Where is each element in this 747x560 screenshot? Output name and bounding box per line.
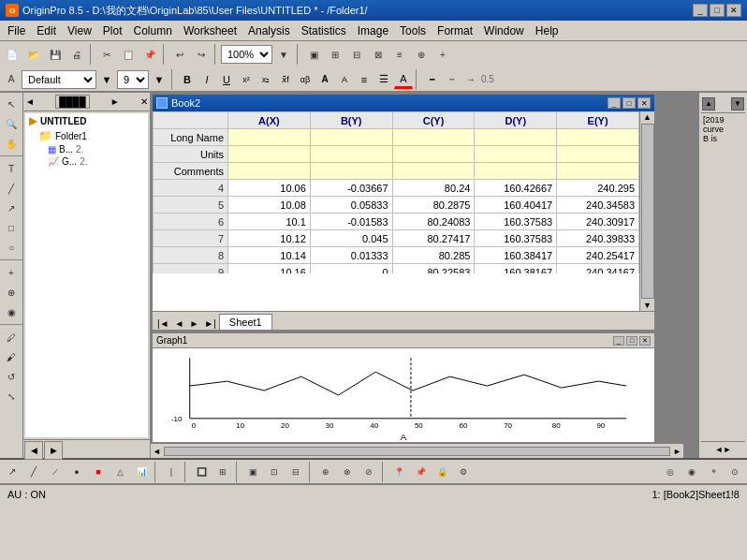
menu-format[interactable]: Format bbox=[432, 22, 478, 39]
tree-item-g[interactable]: 📈 G... 2. bbox=[25, 155, 148, 168]
tree-folder-item[interactable]: 📁 Folder1 bbox=[25, 128, 148, 143]
picker-tool[interactable]: 🖊 bbox=[2, 328, 21, 346]
draw-ellipse-tool[interactable]: ○ bbox=[2, 238, 21, 257]
graph-window-buttons[interactable]: _ □ ✕ bbox=[613, 336, 651, 346]
left-tab-2[interactable]: ▶ bbox=[44, 441, 63, 460]
bt-btn-3[interactable]: ⟋ bbox=[45, 462, 66, 482]
right-panel-bottom[interactable]: ◄► bbox=[701, 441, 745, 456]
h-scrollbar[interactable]: ◄ ► bbox=[151, 443, 683, 458]
minimize-button[interactable]: _ bbox=[693, 4, 708, 17]
sheet-tab-1[interactable]: Sheet1 bbox=[219, 314, 272, 330]
panel-scroll-bar[interactable]: ████ bbox=[55, 95, 89, 109]
align-center-button[interactable]: ☰ bbox=[374, 70, 393, 89]
bt-btn-5[interactable]: ■ bbox=[88, 462, 109, 482]
bt-btn-4[interactable]: ● bbox=[66, 462, 87, 482]
ws-cell-c-a[interactable] bbox=[228, 163, 311, 180]
ws-cell-5-c[interactable]: 80.2875 bbox=[392, 197, 475, 214]
draw-line-tool[interactable]: ╱ bbox=[2, 179, 21, 198]
ws-cell-u-b[interactable] bbox=[310, 146, 392, 163]
v-scrollbar[interactable]: ▲ ▼ bbox=[639, 111, 654, 311]
ws-cell-9-a[interactable]: 10.16 bbox=[228, 264, 311, 274]
menu-tools[interactable]: Tools bbox=[394, 22, 432, 39]
ws-cell-c-c[interactable] bbox=[392, 163, 475, 180]
brush-tool[interactable]: 🖌 bbox=[2, 347, 21, 366]
ws-cell-4-c[interactable]: 80.24 bbox=[392, 180, 475, 197]
new-button[interactable]: 📄 bbox=[2, 44, 22, 65]
undo-button[interactable]: ↩ bbox=[169, 44, 190, 65]
vscroll-up[interactable]: ▲ bbox=[642, 111, 652, 123]
menu-worksheet[interactable]: Worksheet bbox=[178, 22, 242, 39]
ws-cell-ln-d[interactable] bbox=[475, 129, 557, 146]
ws-cell-9-e[interactable]: 240.34167 bbox=[557, 264, 639, 274]
sheet-nav-first[interactable]: |◄ bbox=[154, 317, 172, 330]
ws-cell-5-e[interactable]: 240.34583 bbox=[557, 197, 639, 214]
ws-cell-c-b[interactable] bbox=[310, 163, 392, 180]
bt-btn-2[interactable]: ╱ bbox=[23, 462, 44, 482]
ws-cell-ln-c[interactable] bbox=[392, 129, 475, 146]
menu-edit[interactable]: Edit bbox=[31, 22, 62, 39]
bt-btn-16[interactable]: ⊘ bbox=[359, 462, 379, 482]
menu-help[interactable]: Help bbox=[530, 22, 564, 39]
align-left-button[interactable]: ≡ bbox=[355, 70, 374, 89]
ws-cell-7-e[interactable]: 240.39833 bbox=[557, 230, 639, 247]
bt-btn-11[interactable]: ▣ bbox=[242, 462, 263, 482]
panel-scroll-right[interactable]: ► bbox=[110, 96, 120, 107]
tb-btn-c[interactable]: ⊟ bbox=[346, 44, 367, 65]
ws-cell-4-e[interactable]: 240.295 bbox=[557, 180, 639, 197]
ws-cell-8-b[interactable]: 0.01333 bbox=[310, 247, 392, 264]
ws-col-a[interactable]: A(X) bbox=[228, 112, 311, 129]
left-tab-1[interactable]: ◀ bbox=[24, 441, 43, 460]
graph-minimize[interactable]: _ bbox=[613, 336, 624, 346]
ws-cell-8-c[interactable]: 80.285 bbox=[392, 247, 475, 264]
hscroll-left[interactable]: ◄ bbox=[151, 447, 163, 456]
menu-statistics[interactable]: Statistics bbox=[296, 22, 352, 39]
sheet-nav-last[interactable]: ►| bbox=[201, 317, 219, 330]
ws-cell-ln-a[interactable] bbox=[228, 129, 311, 146]
font-name-select[interactable]: Default bbox=[22, 70, 96, 89]
superscript-button[interactable]: x₂ bbox=[256, 70, 275, 89]
bt-btn-6[interactable]: △ bbox=[110, 462, 130, 482]
ws-cell-6-e[interactable]: 240.30917 bbox=[557, 214, 639, 230]
save-button[interactable]: 💾 bbox=[45, 44, 66, 65]
right-panel-scroll-btn[interactable]: ◄► bbox=[715, 445, 732, 454]
bt-btn-15[interactable]: ⊗ bbox=[337, 462, 358, 482]
sheet-nav-prev[interactable]: ◄ bbox=[172, 317, 187, 330]
title-bar-buttons[interactable]: _ □ ✕ bbox=[693, 4, 741, 17]
font-color-button[interactable]: A bbox=[394, 70, 413, 89]
bold-button[interactable]: B bbox=[178, 70, 197, 89]
ws-col-e[interactable]: E(Y) bbox=[557, 112, 639, 129]
underline-button[interactable]: U bbox=[217, 70, 236, 89]
hscroll-thumb[interactable] bbox=[164, 447, 670, 456]
data-reader-tool[interactable]: + bbox=[2, 263, 21, 282]
ws-cell-9-d[interactable]: 160.38167 bbox=[475, 264, 557, 274]
bt-btn-10[interactable]: ⊞ bbox=[212, 462, 233, 482]
book2-close[interactable]: ✕ bbox=[637, 97, 651, 109]
tree-root[interactable]: ▶ UNTITLED bbox=[25, 113, 148, 128]
ws-cell-4-d[interactable]: 160.42667 bbox=[475, 180, 557, 197]
bt-btn-13[interactable]: ⊟ bbox=[286, 462, 306, 482]
graph-close[interactable]: ✕ bbox=[639, 336, 651, 346]
bt-btn-18[interactable]: 📌 bbox=[410, 462, 431, 482]
menu-analysis[interactable]: Analysis bbox=[242, 22, 296, 39]
ws-cell-5-d[interactable]: 160.40417 bbox=[475, 197, 557, 214]
book2-titlebar[interactable]: Book2 _ □ ✕ bbox=[153, 95, 654, 111]
menu-file[interactable]: File bbox=[2, 22, 31, 39]
open-button[interactable]: 📂 bbox=[23, 44, 44, 65]
ws-cell-c-e[interactable] bbox=[557, 163, 639, 180]
menu-window[interactable]: Window bbox=[478, 22, 530, 39]
ws-cell-u-d[interactable] bbox=[475, 146, 557, 163]
ws-cell-u-a[interactable] bbox=[228, 146, 311, 163]
right-panel-scroll-up[interactable]: ▲ bbox=[702, 97, 715, 111]
bt-btn-21[interactable]: ◎ bbox=[660, 462, 681, 482]
tb-btn-a[interactable]: ▣ bbox=[303, 44, 324, 65]
zoom-dropdown[interactable]: ▼ bbox=[273, 44, 294, 65]
menu-view[interactable]: View bbox=[62, 22, 97, 39]
panel-close[interactable]: ✕ bbox=[140, 96, 148, 107]
bt-btn-7[interactable]: 📊 bbox=[131, 462, 152, 482]
bt-btn-22[interactable]: ◉ bbox=[681, 462, 702, 482]
font-decrease-button[interactable]: A bbox=[335, 70, 354, 89]
maximize-button[interactable]: □ bbox=[710, 4, 725, 17]
ws-cell-9-b[interactable]: 0 bbox=[310, 264, 392, 274]
font-size-select[interactable]: 9 10 12 bbox=[117, 70, 149, 89]
book2-maximize[interactable]: □ bbox=[622, 97, 636, 109]
